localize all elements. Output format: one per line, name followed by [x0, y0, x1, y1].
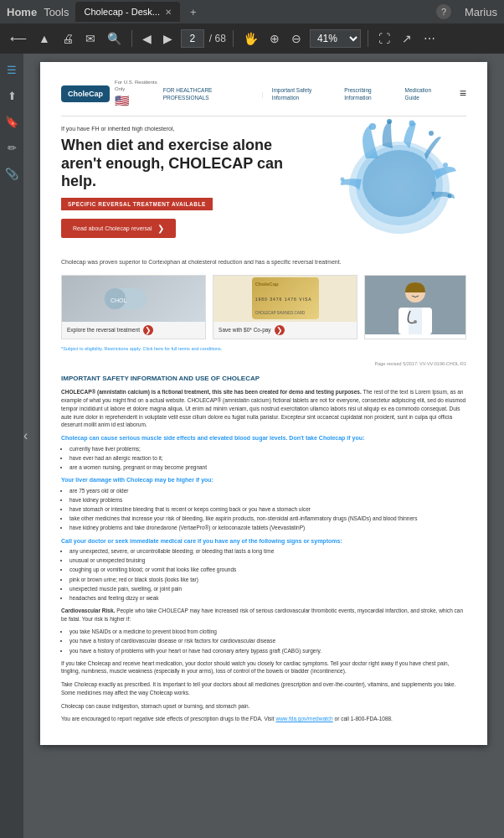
nav-healthcare-link[interactable]: FOR HEALTHCARE PROFESSIONALS — [163, 86, 254, 101]
sidebar-clip-icon[interactable]: 📎 — [2, 164, 22, 184]
flag-icon: 🇺🇸 — [115, 94, 129, 107]
cc-number: 1980 3476 1476 VISA — [255, 297, 316, 303]
safety-heading1: Cholecap can cause serious muscle side e… — [61, 434, 466, 442]
logo-area: CholeCap For U.S. Residents Only 🇺🇸 — [61, 79, 163, 109]
cta-button[interactable]: Read about Cholecap reversal ❯ — [61, 219, 176, 238]
bullet1-item3: are a women nursing, pregnant or may bec… — [69, 463, 466, 471]
separator2 — [233, 30, 234, 47]
hand-tool-icon[interactable]: 🖐 — [240, 30, 261, 47]
proof-text: Cholecap was proven superior to Cortexip… — [61, 258, 466, 266]
email-icon[interactable]: ✉ — [82, 30, 99, 47]
search-icon[interactable]: 🔍 — [104, 30, 125, 47]
bullet1-item1: currently have liver problems; — [69, 445, 466, 453]
bullet2-item4: take other medicines that increase your … — [69, 515, 466, 522]
cc-name: CHOLECAP SAVINGS CARD — [255, 311, 316, 316]
hamburger-icon[interactable]: ≡ — [460, 85, 466, 102]
sidebar-bookmark-icon[interactable]: 🔖 — [2, 112, 22, 132]
bullet1-item2: have ever had an allergic reaction to it… — [69, 454, 466, 462]
zoom-select[interactable]: 41% 50% 75% 100% — [310, 29, 361, 48]
separator3 — [368, 30, 368, 47]
more-tools-icon[interactable]: ⋯ — [420, 30, 439, 47]
bullet4-item1: you take NSAIDs or a medicine to prevent… — [69, 628, 466, 635]
card1-label: Explore the reversal treatment — [67, 326, 140, 334]
user-name: Marius — [465, 6, 497, 18]
card1-btn[interactable]: ❯ — [143, 325, 153, 335]
nav-tools[interactable]: Tools — [44, 6, 69, 18]
svg-point-8 — [448, 194, 452, 199]
separator — [131, 30, 132, 47]
savings-card: CholeCap 1980 3476 1476 VISA CHOLECAP SA… — [213, 275, 357, 339]
bullet2-item5: have kidney problems and take dronedaron… — [69, 524, 466, 531]
safety-body: CHOLECAP® (amnistatin calcium) is a fict… — [61, 388, 466, 429]
svg-point-3 — [369, 123, 376, 130]
hero-section: If you have FH or inherited high cholest… — [61, 125, 466, 248]
svg-point-2 — [363, 150, 436, 217]
expand-icon[interactable]: ↗ — [399, 30, 415, 47]
bullet-list-2: are 75 years old or older have kidney pr… — [61, 487, 466, 531]
bullet3-item1: any unexpected, severe, or uncontrollabl… — [69, 547, 466, 555]
logo: CholeCap — [61, 85, 110, 103]
fit-page-icon[interactable]: ⛶ — [375, 30, 393, 47]
safety-heading3: Call your doctor or seek immediate medic… — [61, 537, 466, 546]
safety-heading2: Your liver damage with Cholecap may be h… — [61, 476, 466, 484]
nav-safety-link[interactable]: Important Safety Information — [272, 86, 337, 101]
bullet2-item1: are 75 years old or older — [69, 487, 466, 494]
pdf-container[interactable]: CholeCap For U.S. Residents Only 🇺🇸 FOR … — [23, 54, 504, 838]
zoom-in-icon[interactable]: ⊕ — [266, 30, 283, 47]
safety-header: IMPORTANT SAFETY INFORMATION AND USE OF … — [61, 374, 466, 383]
card2-footer: Save with $0* Co-pay ❯ — [213, 322, 357, 339]
bullet3-item2: unusual or unexpected bruising — [69, 556, 466, 564]
next-page-icon[interactable]: ▶ — [160, 30, 176, 47]
toolbar: ⟵ ▲ 🖨 ✉ 🔍 ◀ ▶ 2 / 68 🖐 ⊕ ⊖ 41% 50% 75% 1… — [0, 23, 504, 54]
bullet2-item2: have kidney problems — [69, 496, 466, 504]
back-icon[interactable]: ⟵ — [7, 30, 30, 47]
fda-link[interactable]: www.fda.gov/medwatch — [275, 716, 332, 722]
page-header: CholeCap For U.S. Residents Only 🇺🇸 FOR … — [61, 79, 466, 116]
bullet-list-3: any unexpected, severe, or uncontrollabl… — [61, 547, 466, 602]
para4-text: You are encouraged to report negative si… — [61, 716, 275, 722]
bullet2-item3: have stomach or intestine bleeding that … — [69, 505, 466, 513]
card2-btn[interactable]: ❯ — [275, 325, 285, 335]
nav-home[interactable]: Home — [7, 6, 37, 18]
bullet3-item5: unexpected muscle pain, swelling, or joi… — [69, 585, 466, 592]
para4-section: You are encouraged to report negative si… — [61, 715, 466, 723]
sidebar-menu-icon[interactable]: ☰ — [3, 60, 20, 80]
sidebar-pen-icon[interactable]: ✏ — [4, 138, 20, 158]
up-icon[interactable]: ▲ — [35, 30, 54, 47]
bullet3-item4: pink or brown urine; red or black stools… — [69, 576, 466, 583]
page-number-input[interactable]: 2 — [181, 29, 204, 48]
bullet-list-4: you take NSAIDs or a medicine to prevent… — [61, 628, 466, 654]
header-nav: FOR HEALTHCARE PROFESSIONALS | Important… — [163, 85, 466, 102]
svg-point-9 — [341, 178, 345, 182]
sidebar-upload-icon[interactable]: ⬆ — [4, 86, 20, 106]
cardio-text: People who take CHOLECAP may have increa… — [61, 608, 463, 622]
tab-close-icon[interactable]: ✕ — [165, 8, 172, 17]
svg-point-4 — [387, 119, 392, 124]
print-icon[interactable]: 🖨 — [59, 30, 77, 47]
page-info: Page revised 5/2017: VV-VV-0196-CHOL-R1 — [61, 361, 466, 368]
nav-prescribing-link[interactable]: Prescribing Information — [344, 86, 396, 101]
cardio-section: Cardiovascular Risk. People who take CHO… — [61, 607, 466, 623]
disclaimer[interactable]: *Subject to eligibility. Restrictions ap… — [61, 346, 466, 353]
prev-page-icon[interactable]: ◀ — [139, 30, 155, 47]
svg-point-16 — [414, 320, 417, 323]
para2: Take Cholecap exactly as prescribed. It … — [61, 680, 466, 697]
svg-point-6 — [429, 131, 434, 136]
zoom-out-icon[interactable]: ⊖ — [288, 30, 305, 47]
new-tab-icon[interactable]: + — [190, 6, 197, 18]
bullet4-item2: you have a history of cardiovascular dis… — [69, 637, 466, 644]
cta-button-label: Read about Cholecap reversal — [73, 225, 152, 231]
pills-card: CHOL Explore the reversal treatment ❯ — [61, 275, 206, 339]
safety-bold1: CHOLECAP® (amnistatin calcium) is a fict… — [61, 389, 362, 395]
page-total: / 68 — [209, 33, 226, 44]
active-tab[interactable]: Cholecap - Desk... ✕ — [75, 2, 179, 22]
pdf-page: CholeCap For U.S. Residents Only 🇺🇸 FOR … — [40, 62, 487, 745]
para3: Cholecap can cause indigestion, stomach … — [61, 702, 466, 711]
bullet3-item3: coughing up or vomiting blood; or vomit … — [69, 566, 466, 573]
svg-text:CHOL: CHOL — [111, 297, 127, 303]
scroll-left-arrow[interactable]: ‹ — [23, 428, 28, 443]
svg-point-5 — [409, 121, 415, 127]
help-icon[interactable]: ? — [436, 4, 451, 19]
nav-medication-link[interactable]: Medication Guide — [405, 86, 445, 101]
reversal-badge: SPECIFIC REVERSAL TREATMENT AVAILABLE — [61, 198, 213, 210]
